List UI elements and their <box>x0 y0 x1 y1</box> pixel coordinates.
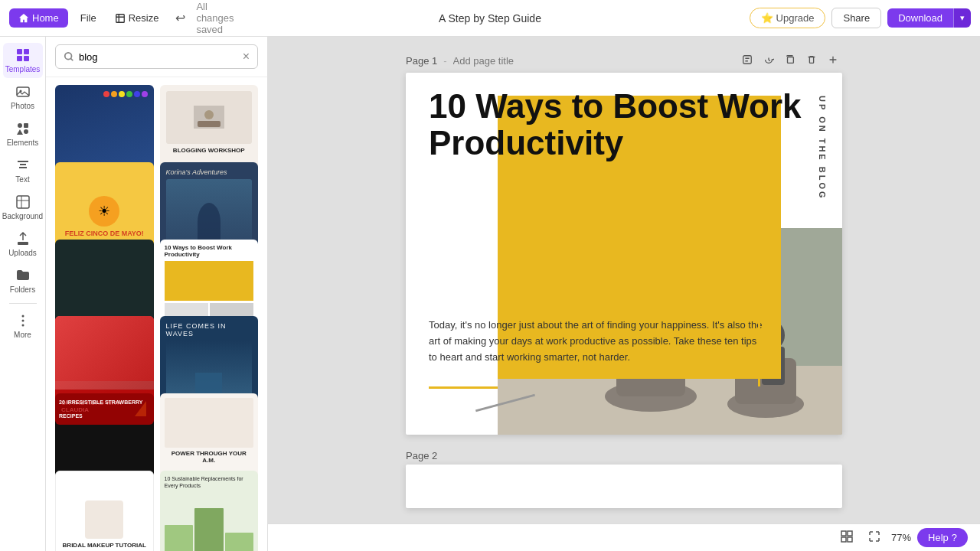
page2-label: Page 2 <box>406 450 842 461</box>
topbar-left: Home File Resize ↩ All changes saved <box>9 1 247 35</box>
search-input-wrap: × <box>55 44 258 69</box>
svg-point-19 <box>204 110 214 119</box>
saved-status: All changes saved <box>196 1 247 35</box>
page1-header-left: Page 1 - <box>406 55 582 67</box>
download-group: Download ▾ <box>887 8 971 28</box>
template-item-recipes[interactable]: 20 IRRESISTIBLE STRAWBERRY RECIPES <box>55 316 154 424</box>
page1-label: Page 1 <box>406 55 437 67</box>
help-button[interactable]: Help ? <box>917 528 968 547</box>
svg-rect-39 <box>848 537 852 542</box>
template-power-label: POWER THROUGH YOUR A.M. <box>165 450 254 464</box>
svg-rect-11 <box>17 196 29 208</box>
zoom-level: 77% <box>891 532 911 543</box>
template-blog-workshop-label: BLOGGING WORKSHOP <box>173 147 245 154</box>
notes-icon <box>742 54 753 65</box>
undo-button[interactable]: ↩ <box>171 8 190 28</box>
page-add-button[interactable] <box>824 52 842 70</box>
template-adventures-label: Korina's Adventures <box>166 168 253 176</box>
template-waves-label: LIFE COMES IN WAVES <box>166 322 253 337</box>
main-title[interactable]: 10 Ways to Boost Work Productivity <box>429 88 812 162</box>
body-text[interactable]: Today, it's no longer just about the art… <box>429 318 766 365</box>
download-button[interactable]: Download <box>887 8 953 28</box>
template-bridal-label: BRIDAL MAKEUP TUTORIAL <box>63 542 146 549</box>
topbar: Home File Resize ↩ All changes saved A S… <box>0 0 980 37</box>
template-boost-label: 10 Ways to Boost Work Productivity <box>165 244 254 259</box>
topbar-center: A Step by Step Guide <box>253 12 727 24</box>
template-sustainable-label: 10 Sustainable Replacements for Every Pr… <box>165 475 254 489</box>
svg-rect-10 <box>24 129 28 134</box>
svg-rect-12 <box>18 242 28 245</box>
svg-rect-2 <box>24 49 29 54</box>
upgrade-label: Upgrade <box>776 12 815 24</box>
copy-icon <box>785 54 795 65</box>
sidebar-item-templates[interactable]: Templates <box>3 43 43 78</box>
page-notes-button[interactable] <box>738 52 756 70</box>
blog-workshop-icon <box>194 106 224 129</box>
file-button[interactable]: File <box>74 9 103 27</box>
sidebar-item-elements[interactable]: Elements <box>3 116 43 152</box>
svg-rect-4 <box>24 56 29 61</box>
template-item-sustainable[interactable]: 10 Sustainable Replacements for Every Pr… <box>160 471 259 551</box>
resize-button[interactable]: Resize <box>109 9 165 27</box>
add-page-icon <box>828 54 838 65</box>
sidebar-label-photos: Photos <box>11 102 34 110</box>
sidebar-label-folders: Folders <box>10 285 35 294</box>
template-recipes-label: 20 IRRESISTIBLE STRAWBERRY RECIPES <box>59 399 142 419</box>
svg-marker-9 <box>17 129 23 135</box>
search-input[interactable] <box>79 51 238 63</box>
svg-point-14 <box>21 320 24 322</box>
sidebar-label-elements: Elements <box>7 139 39 147</box>
resize-label: Resize <box>129 12 159 24</box>
page1-controls <box>738 52 842 70</box>
page2-label-text: Page 2 <box>406 450 437 461</box>
grid-view-button[interactable] <box>836 528 858 547</box>
upgrade-star-icon: ⭐ <box>761 12 773 24</box>
template-item-bridal[interactable]: BRIDAL MAKEUP TUTORIAL <box>55 471 154 551</box>
svg-rect-37 <box>848 531 852 536</box>
help-label: Help <box>928 532 949 543</box>
sidebar-label-background: Background <box>2 212 43 220</box>
page-animate-button[interactable] <box>760 52 778 70</box>
sidebar-item-uploads[interactable]: Uploads <box>3 227 43 262</box>
body-text-content: Today, it's no longer just about the art… <box>429 319 762 363</box>
sidebar-label-uploads: Uploads <box>8 249 37 257</box>
side-text-content: UP ON THE BLOG <box>818 96 827 201</box>
canvas-page-1[interactable]: 10 Ways to Boost Work Productivity Today… <box>406 73 842 435</box>
side-text[interactable]: UP ON THE BLOG <box>818 96 827 201</box>
fit-view-button[interactable] <box>864 528 885 547</box>
page1-title-input[interactable] <box>453 55 582 67</box>
topbar-right: ⭐ Upgrade Share Download ▾ <box>733 8 971 28</box>
sidebar-icons: Templates Photos Elements Text Backgroun… <box>0 37 46 551</box>
home-button[interactable]: Home <box>9 8 68 28</box>
sidebar-item-folders[interactable]: Folders <box>3 263 43 298</box>
page-delete-button[interactable] <box>802 52 821 70</box>
search-clear-button[interactable]: × <box>243 50 250 64</box>
search-icon <box>64 51 74 62</box>
svg-rect-22 <box>788 57 794 64</box>
page-copy-button[interactable] <box>781 52 799 70</box>
svg-rect-21 <box>743 56 752 64</box>
page1-content: 10 Ways to Boost Work Productivity Today… <box>406 73 842 435</box>
fit-icon <box>868 530 880 543</box>
share-button[interactable]: Share <box>831 8 881 28</box>
svg-point-15 <box>21 324 24 327</box>
canvas-page-2[interactable] <box>406 465 842 508</box>
download-caret-button[interactable]: ▾ <box>953 8 971 28</box>
help-icon: ? <box>952 532 957 543</box>
template-cinco-label: FELIZ CINCO DE MAYO! <box>65 230 144 237</box>
sidebar-item-more[interactable]: More <box>3 308 43 344</box>
sidebar-item-background[interactable]: Background <box>3 190 43 225</box>
svg-rect-36 <box>841 531 846 536</box>
svg-rect-1 <box>17 49 22 54</box>
sidebar-divider <box>9 303 37 304</box>
sidebar-item-photos[interactable]: Photos <box>3 80 43 115</box>
svg-rect-20 <box>198 121 220 127</box>
document-title: A Step by Step Guide <box>439 12 541 24</box>
animate-icon <box>763 54 774 65</box>
upgrade-button[interactable]: ⭐ Upgrade <box>750 8 826 28</box>
sidebar-item-text[interactable]: Text <box>3 153 43 188</box>
trash-icon <box>806 54 817 65</box>
svg-line-17 <box>70 58 73 60</box>
sidebar-label-templates: Templates <box>5 65 41 73</box>
svg-rect-5 <box>17 87 29 96</box>
